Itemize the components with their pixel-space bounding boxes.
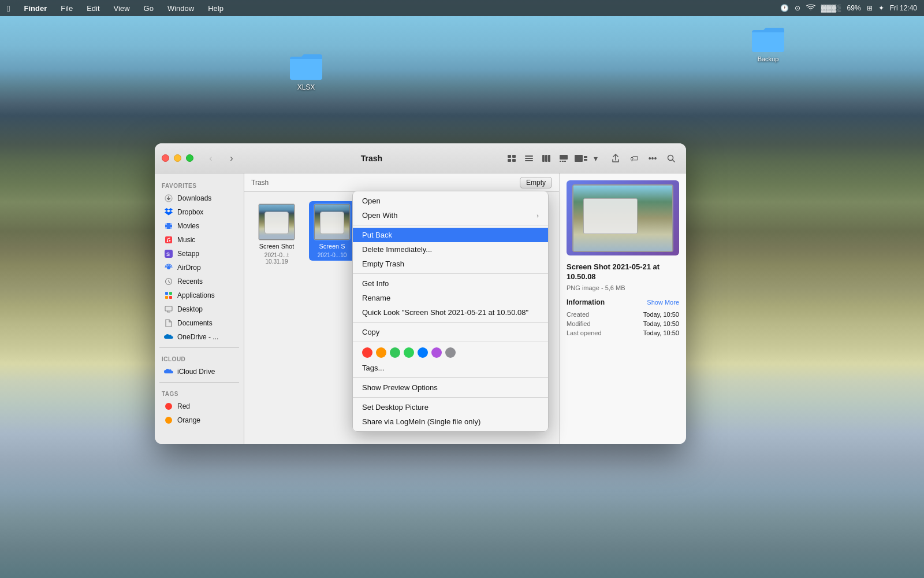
orange-tag-icon	[164, 416, 173, 425]
svg-point-25	[167, 240, 168, 242]
ctx-divider-1	[353, 225, 548, 225]
ctx-empty-trash[interactable]: Empty Trash	[353, 257, 548, 271]
apple-menu[interactable]: 	[7, 3, 10, 13]
ctx-copy[interactable]: Copy	[353, 325, 548, 339]
file-item-screenshot1[interactable]: Screen Shot 2021-0...t 10.31.19	[254, 201, 300, 267]
ctx-share-logmein[interactable]: Share via LogMeIn (Single file only)	[353, 414, 548, 429]
ctx-delete-immediately-label: Delete Immediately...	[362, 245, 432, 254]
xlsx-desktop-folder[interactable]: XLSX	[283, 52, 329, 91]
view-menu[interactable]: View	[111, 3, 132, 14]
help-menu[interactable]: Help	[206, 3, 226, 14]
sidebar-item-airdrop[interactable]: AirDrop	[157, 261, 241, 275]
backup-label: Backup	[758, 55, 779, 62]
ctx-show-preview-options-label: Show Preview Options	[362, 383, 438, 392]
ctx-put-back-label: Put Back	[362, 231, 392, 239]
file-item-screenshot2[interactable]: Screen S 2021-0...10	[309, 201, 355, 261]
icon-view-button[interactable]	[504, 150, 520, 166]
ctx-tags[interactable]: Tags...	[353, 361, 548, 375]
sidebar-item-onedrive[interactable]: OneDrive - ...	[157, 330, 241, 344]
ctx-tags-row	[353, 344, 548, 361]
svg-rect-0	[508, 155, 511, 158]
preview-show-more[interactable]: Show More	[647, 299, 679, 306]
sidebar-item-movies[interactable]: Movies	[157, 219, 241, 233]
dropbox-label: Dropbox	[177, 208, 203, 216]
empty-trash-button[interactable]: Empty	[520, 177, 552, 188]
sidebar-item-documents[interactable]: Documents	[157, 316, 241, 330]
ctx-tag-orange[interactable]	[376, 347, 386, 358]
movies-label: Movies	[177, 222, 199, 230]
svg-rect-15	[584, 156, 587, 158]
tag-button[interactable]: 🏷	[626, 150, 642, 166]
preview-lastopened-value: Today, 10:50	[643, 329, 679, 336]
ctx-open-with[interactable]: Open With ›	[353, 208, 548, 223]
sidebar-item-setapp[interactable]: S Setapp	[157, 247, 241, 261]
sidebar-divider-icloud	[159, 347, 239, 348]
recents-label: Recents	[177, 277, 203, 286]
preview-created-label: Created	[567, 311, 589, 318]
ctx-show-preview-options[interactable]: Show Preview Options	[353, 380, 548, 395]
file-date-1: 2021-0...t 10.31.19	[256, 252, 297, 265]
ctx-divider-4	[353, 342, 548, 342]
stage-view-button[interactable]	[573, 150, 589, 166]
sidebar-item-dropbox[interactable]: Dropbox	[157, 205, 241, 219]
path-label: Trash	[251, 179, 269, 187]
list-view-button[interactable]	[521, 150, 537, 166]
maximize-button[interactable]	[186, 154, 193, 162]
sidebar-item-music[interactable]: Music	[157, 233, 241, 247]
ctx-rename[interactable]: Rename	[353, 291, 548, 305]
sidebar-item-icloud-drive[interactable]: iCloud Drive	[157, 365, 241, 379]
close-button[interactable]	[162, 154, 169, 162]
ctx-set-desktop-picture[interactable]: Set Desktop Picture	[353, 400, 548, 414]
sidebar-item-recents[interactable]: Recents	[157, 275, 241, 288]
ctx-tag-blue[interactable]	[418, 347, 428, 358]
ctx-put-back[interactable]: Put Back	[353, 228, 548, 242]
file-thumbnail-1	[258, 203, 295, 240]
finder-sidebar: Favorites Downloads	[155, 173, 244, 444]
ctx-quick-look[interactable]: Quick Look "Screen Shot 2021-05-21 at 10…	[353, 305, 548, 320]
nav-back-button[interactable]: ‹	[203, 150, 219, 166]
sidebar-item-orange-tag[interactable]: Orange	[157, 413, 241, 427]
svg-point-29	[167, 266, 170, 269]
more-button[interactable]: •••	[644, 150, 661, 166]
recents-icon	[164, 277, 173, 286]
svg-rect-23	[170, 227, 172, 229]
nav-forward-button[interactable]: ›	[223, 150, 240, 166]
go-menu[interactable]: Go	[141, 3, 156, 14]
window-menu[interactable]: Window	[165, 3, 196, 14]
ctx-share-logmein-label: Share via LogMeIn (Single file only)	[362, 417, 480, 426]
svg-rect-33	[165, 296, 168, 299]
share-button[interactable]	[608, 150, 624, 166]
ctx-tag-gray[interactable]	[445, 347, 456, 358]
ctx-open-label: Open	[362, 197, 381, 205]
sidebar-item-applications[interactable]: Applications	[157, 288, 241, 302]
edit-menu[interactable]: Edit	[84, 3, 102, 14]
finder-menu[interactable]: Finder	[21, 3, 49, 14]
ctx-delete-immediately[interactable]: Delete Immediately...	[353, 242, 548, 257]
view-options-button[interactable]: ▾	[590, 150, 601, 166]
sidebar-item-red-tag[interactable]: Red	[157, 399, 241, 413]
ctx-tag-mint[interactable]	[404, 347, 414, 358]
backup-folder-icon	[751, 24, 785, 53]
ctx-tag-purple[interactable]	[431, 347, 442, 358]
minimize-button[interactable]	[174, 154, 181, 162]
orange-tag-label: Orange	[177, 416, 200, 424]
gallery-view-button[interactable]	[556, 150, 572, 166]
ctx-get-info[interactable]: Get Info	[353, 276, 548, 291]
column-view-button[interactable]	[538, 150, 554, 166]
ctx-tag-green[interactable]	[390, 347, 400, 358]
ctx-open[interactable]: Open	[353, 194, 548, 208]
airdrop-icon	[164, 263, 173, 272]
svg-rect-16	[584, 159, 587, 161]
svg-text:S: S	[166, 251, 170, 257]
backup-desktop-folder[interactable]: Backup	[745, 24, 791, 62]
desktop-icon	[164, 305, 173, 314]
search-button[interactable]	[663, 150, 679, 166]
sidebar-item-downloads[interactable]: Downloads	[157, 191, 241, 205]
ctx-get-info-label: Get Info	[362, 279, 389, 288]
sidebar-item-desktop[interactable]: Desktop	[157, 302, 241, 316]
downloads-label: Downloads	[177, 194, 211, 202]
preview-filetype: PNG image - 5,6 MB	[567, 284, 679, 291]
svg-rect-32	[169, 292, 172, 295]
file-menu[interactable]: File	[58, 3, 75, 14]
ctx-tag-red[interactable]	[362, 347, 372, 358]
